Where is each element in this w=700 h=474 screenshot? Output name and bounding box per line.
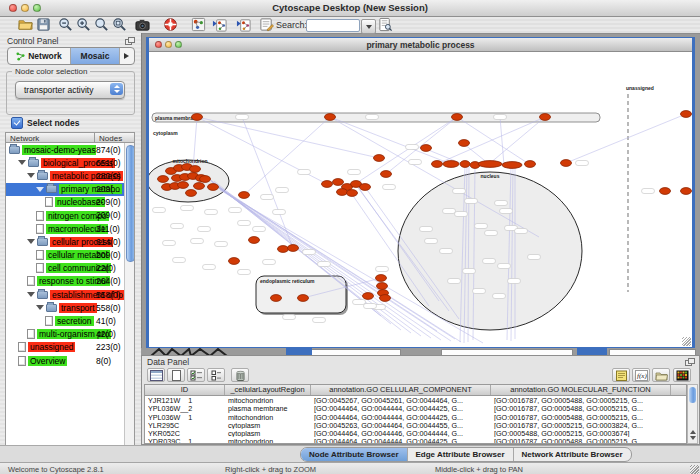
import-attributes-folder-button[interactable] (652, 368, 670, 382)
tab-network[interactable]: Network (8, 48, 71, 64)
network-node[interactable] (158, 176, 169, 183)
function-builder-button[interactable]: f(x) (632, 368, 650, 382)
network-node[interactable] (478, 161, 502, 168)
expand-triangle-icon[interactable] (27, 292, 35, 297)
float-panel-icon[interactable] (125, 37, 134, 45)
attribute-table-button[interactable] (147, 368, 165, 382)
tree-row[interactable]: metabolic process280(0) (6, 169, 134, 182)
network-node[interactable] (229, 258, 240, 265)
network-node[interactable] (347, 190, 358, 197)
tree-row[interactable]: response to stimul264(0) (6, 275, 134, 288)
network-node[interactable] (194, 183, 205, 190)
network-node[interactable] (432, 161, 443, 168)
tab-node-attribute-browser[interactable]: Node Attribute Browser (301, 448, 408, 461)
expand-triangle-icon[interactable] (36, 305, 44, 310)
delete-attribute-button[interactable] (231, 368, 249, 382)
node-color-dropdown[interactable]: transporter activity (15, 81, 125, 99)
tree-scrollbar-thumb[interactable] (126, 145, 135, 262)
network-node[interactable] (271, 295, 282, 302)
zoom-out-button[interactable] (56, 17, 74, 32)
table-row[interactable]: YDR039C__1mitochondrion[GO:0044464, GO:0… (145, 437, 686, 444)
network-node[interactable] (200, 176, 211, 183)
network-node[interactable] (502, 162, 522, 169)
network-node[interactable] (337, 189, 348, 196)
tree-row[interactable]: cellular metabol209(0) (6, 249, 134, 262)
network-node[interactable] (374, 155, 385, 162)
network-node[interactable] (381, 171, 392, 178)
export-image-button[interactable] (133, 17, 151, 32)
network-node[interactable] (192, 114, 203, 121)
network-node[interactable] (239, 192, 250, 199)
tree-row[interactable]: macromolecule311(0) (6, 222, 134, 235)
search-input[interactable] (306, 19, 360, 32)
network-node[interactable] (681, 188, 692, 195)
network-window-titlebar[interactable]: primary metabolic process (149, 38, 692, 52)
region-nucleus[interactable] (398, 172, 582, 330)
network-node[interactable] (660, 188, 671, 195)
tree-scrollbar[interactable] (124, 143, 134, 474)
unselect-attributes-button[interactable] (207, 368, 225, 382)
tree-row[interactable]: transport558(0) (6, 301, 134, 314)
network-node[interactable] (333, 179, 344, 186)
resize-grip-icon[interactable] (682, 337, 691, 346)
search-dropdown-button[interactable] (361, 19, 376, 34)
network-node[interactable] (186, 190, 197, 197)
vizmapper-button[interactable] (189, 17, 207, 32)
table-scrollbar[interactable] (687, 384, 698, 444)
network-node[interactable] (360, 184, 371, 191)
tree-column-network[interactable]: Network (6, 133, 95, 142)
expand-triangle-icon[interactable] (18, 160, 26, 165)
tree-column-nodes[interactable]: Nodes (95, 133, 122, 142)
resize-grip-icon[interactable] (690, 465, 699, 474)
select-nodes-checkbox[interactable] (11, 117, 23, 129)
tree-row[interactable]: cell communicat22(0) (6, 262, 134, 275)
tab-overflow-button[interactable] (120, 48, 133, 64)
table-column-header[interactable]: _cellularLayoutRegion (225, 385, 311, 395)
network-canvas[interactable]: plasma membranecytoplasmnucleusmitochond… (149, 52, 692, 347)
tab-network-attribute-browser[interactable]: Network Attribute Browser (514, 448, 631, 461)
table-column-header[interactable]: annotation.GO MOLECULAR_FUNCTION (491, 385, 671, 395)
import-network-button[interactable] (210, 17, 228, 32)
network-node[interactable] (681, 111, 692, 118)
table-row[interactable]: YKR052Ccytoplasm[GO:0044464, GO:0044446,… (145, 429, 686, 437)
heatmap-button[interactable] (673, 368, 691, 382)
network-node[interactable] (322, 181, 333, 188)
tree-row[interactable]: establishment of lo558(0) (6, 288, 134, 301)
open-session-button[interactable] (16, 17, 34, 32)
network-node[interactable] (540, 114, 551, 121)
tree-row[interactable]: biological_process651(0) (6, 156, 134, 169)
network-node[interactable] (377, 283, 388, 290)
import-attributes-button[interactable] (234, 17, 252, 32)
zoom-actual-button[interactable] (92, 17, 110, 32)
select-attributes-button[interactable] (187, 368, 205, 382)
annotation-button[interactable] (257, 17, 275, 32)
float-panel-icon[interactable] (685, 358, 694, 366)
table-row[interactable]: YJR121W__1mitochondrion[GO:0045267, GO:0… (145, 396, 686, 404)
table-row[interactable]: YPL036W__2plasma membrane[GO:0044464, GO… (145, 404, 686, 412)
help-button[interactable] (161, 17, 179, 32)
network-node[interactable] (443, 161, 459, 168)
tree-row[interactable]: Overview8(0) (6, 354, 134, 367)
tab-mosaic[interactable]: Mosaic (71, 48, 120, 64)
network-node[interactable] (421, 145, 432, 152)
network-node[interactable] (249, 237, 260, 244)
network-node[interactable] (525, 161, 536, 168)
zoom-fit-selected-button[interactable] (110, 17, 128, 32)
tree-row[interactable]: secretion41(0) (6, 314, 134, 327)
table-row[interactable]: YPL036W__1mitochondrion[GO:0044464, GO:0… (145, 413, 686, 421)
table-row[interactable]: YLR295Ccytoplasm[GO:0045263, GO:0044464,… (145, 421, 686, 429)
tree-row[interactable]: mosaic-demo-yeast874(0) (6, 143, 134, 156)
new-attribute-button[interactable] (167, 368, 185, 382)
tree-row[interactable]: cellular process614(0) (6, 235, 134, 248)
tree-row[interactable]: nucleobase-209(0) (6, 196, 134, 209)
network-node[interactable] (278, 246, 289, 253)
network-node[interactable] (288, 245, 299, 252)
table-column-header[interactable]: annotation.GO CELLULAR_COMPONENT (311, 385, 491, 395)
tree-row[interactable]: primary metabo209(... (6, 183, 134, 196)
network-node[interactable] (460, 161, 470, 168)
table-scrollbar-thumb[interactable] (689, 387, 696, 403)
tree-row[interactable]: nitrogen compo209(0) (6, 209, 134, 222)
network-node[interactable] (363, 293, 374, 300)
network-node[interactable] (190, 166, 201, 173)
tree-row[interactable]: multi-organism pro42(0) (6, 328, 134, 341)
